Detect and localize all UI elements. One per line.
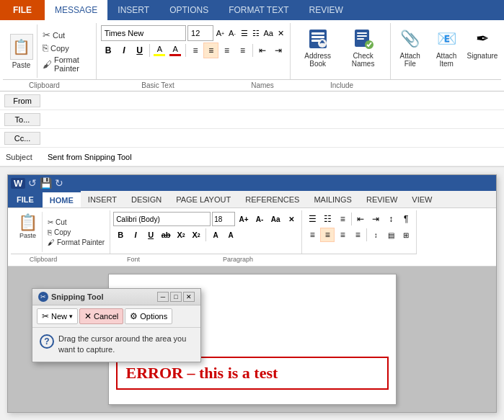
signature-button[interactable]: ✒ Signature <box>467 24 498 78</box>
names-section-label: Names <box>230 80 295 91</box>
word-font-color-button[interactable]: A <box>224 228 238 242</box>
word-bullets-button[interactable]: ☰ <box>305 212 319 226</box>
clear-format-button[interactable]: ✕ <box>275 27 286 40</box>
separator3 <box>252 44 253 57</box>
word-bold-button[interactable]: B <box>113 228 128 242</box>
to-field: To... <box>0 110 504 129</box>
to-button[interactable]: To... <box>4 113 40 126</box>
italic-button[interactable]: I <box>116 43 131 58</box>
styles-button[interactable]: Aa <box>262 27 273 40</box>
word-line-spacing-button[interactable]: ↕ <box>368 228 383 242</box>
word-align-center-button[interactable]: ≡ <box>320 228 335 242</box>
snipping-new-dropdown-icon[interactable]: ▾ <box>69 313 73 320</box>
undo-icon[interactable]: ↺ <box>28 177 37 189</box>
cc-input[interactable] <box>45 133 504 144</box>
word-tab-mailings[interactable]: MAILINGS <box>306 191 359 207</box>
word-highlight-button[interactable]: A <box>208 228 223 242</box>
word-tab-view[interactable]: VIEW <box>404 191 439 207</box>
word-align-justify-button[interactable]: ≡ <box>350 228 365 242</box>
font-grow-button[interactable]: A+ <box>215 27 226 40</box>
word-align-left-button[interactable]: ≡ <box>305 228 319 242</box>
word-tab-design[interactable]: DESIGN <box>124 191 169 207</box>
word-font-shrink-button[interactable]: A- <box>252 212 267 226</box>
check-names-button[interactable]: Check Names <box>342 24 384 78</box>
snipping-cancel-button[interactable]: ✕ Cancel <box>79 308 123 324</box>
include-section: 📎 Attach File 📧 Attach Item ✒ Signature <box>391 23 501 79</box>
copy-button[interactable]: ⎘ Copy <box>40 42 93 54</box>
word-numbering-button[interactable]: ☷ <box>320 212 335 226</box>
attach-file-button[interactable]: 📎 Attach File <box>394 24 426 78</box>
word-italic-button[interactable]: I <box>128 228 143 242</box>
word-font-grow-button[interactable]: A+ <box>236 212 251 226</box>
word-cut-button[interactable]: ✂ Cut <box>45 218 107 227</box>
font-family-input[interactable] <box>101 25 186 41</box>
check-names-icon <box>350 26 376 52</box>
word-borders-button[interactable]: ⊞ <box>399 228 413 242</box>
tab-insert[interactable]: INSERT <box>107 0 159 20</box>
word-sort-button[interactable]: ↕ <box>384 212 398 226</box>
align-center-button[interactable]: ≡ <box>203 43 218 58</box>
format-painter-button[interactable]: 🖌 Format Painter <box>40 55 93 73</box>
to-input[interactable] <box>45 114 504 125</box>
word-clear-format-button[interactable]: ✕ <box>284 212 299 226</box>
tab-file[interactable]: FILE <box>0 0 45 20</box>
word-font-size-input[interactable] <box>212 212 235 226</box>
tab-message[interactable]: MESSAGE <box>45 0 107 20</box>
word-copy-label: Copy <box>54 228 71 236</box>
cut-button[interactable]: ✂ Cut <box>40 29 93 41</box>
word-shading-button[interactable]: ▤ <box>384 228 398 242</box>
increase-indent-button[interactable]: ⇥ <box>271 43 286 58</box>
word-subscript-button[interactable]: X2 <box>174 228 188 242</box>
word-multilevel-button[interactable]: ≡ <box>335 212 350 226</box>
address-book-button[interactable]: Address Book <box>296 24 339 78</box>
snipping-close-button[interactable]: ✕ <box>183 292 195 302</box>
underline-button[interactable]: U <box>132 43 147 58</box>
bold-button[interactable]: B <box>101 43 116 58</box>
from-input[interactable] <box>45 95 504 107</box>
word-tab-file[interactable]: FILE <box>8 191 43 207</box>
word-underline-button[interactable]: U <box>143 228 158 242</box>
cc-button[interactable]: Cc... <box>4 132 40 145</box>
word-align-right-button[interactable]: ≡ <box>335 228 350 242</box>
word-tab-page-layout[interactable]: PAGE LAYOUT <box>169 191 238 207</box>
font-size-input[interactable] <box>187 25 213 41</box>
word-copy-button[interactable]: ⎘ Copy <box>45 228 107 237</box>
decrease-indent-button[interactable]: ⇤ <box>255 43 270 58</box>
tab-format-text[interactable]: FORMAT TEXT <box>218 0 299 20</box>
align-right-button[interactable]: ≡ <box>219 43 234 58</box>
snipping-new-button[interactable]: ✂ New ▾ <box>37 308 78 324</box>
word-tab-references[interactable]: REFERENCES <box>238 191 306 207</box>
word-show-marks-button[interactable]: ¶ <box>399 212 413 226</box>
word-paste-button[interactable]: 📋 Paste <box>14 212 43 252</box>
cut-label: Cut <box>53 31 65 40</box>
subject-input[interactable] <box>45 151 504 163</box>
word-tab-home[interactable]: HOME <box>43 191 81 207</box>
word-increase-indent-button[interactable]: ⇥ <box>368 212 383 226</box>
word-strikethrough-button[interactable]: ab <box>159 228 173 242</box>
paste-button[interactable]: 📋 Paste <box>6 24 37 78</box>
snipping-options-button[interactable]: ⚙ Options <box>125 308 172 324</box>
word-font-family-input[interactable] <box>113 212 211 226</box>
tab-review[interactable]: REVIEW <box>299 0 353 20</box>
word-format-painter-button[interactable]: 🖌 Format Painter <box>45 238 107 247</box>
word-tab-review[interactable]: REVIEW <box>359 191 404 207</box>
format-painter-icon: 🖌 <box>43 59 52 70</box>
align-justify-button[interactable]: ≡ <box>235 43 250 58</box>
highlight-color-button[interactable]: A <box>152 43 167 58</box>
word-tab-insert[interactable]: INSERT <box>81 191 124 207</box>
tab-options[interactable]: OPTIONS <box>159 0 218 20</box>
snipping-minimize-button[interactable]: ─ <box>157 292 169 302</box>
redo-icon[interactable]: ↻ <box>55 177 63 189</box>
list-numbers-button[interactable]: ☷ <box>251 27 262 40</box>
word-superscript-button[interactable]: X2 <box>189 228 203 242</box>
from-button[interactable]: From <box>4 94 40 107</box>
font-color-button[interactable]: A <box>168 43 183 58</box>
word-case-button[interactable]: Aa <box>268 212 283 226</box>
align-left-button[interactable]: ≡ <box>188 43 203 58</box>
save-icon[interactable]: 💾 <box>40 177 52 189</box>
snipping-maximize-button[interactable]: □ <box>170 292 182 302</box>
font-shrink-button[interactable]: A- <box>227 27 238 40</box>
word-decrease-indent-button[interactable]: ⇤ <box>353 212 368 226</box>
attach-item-button[interactable]: 📧 Attach Item <box>429 24 464 78</box>
list-bullets-button[interactable]: ☰ <box>239 27 249 40</box>
